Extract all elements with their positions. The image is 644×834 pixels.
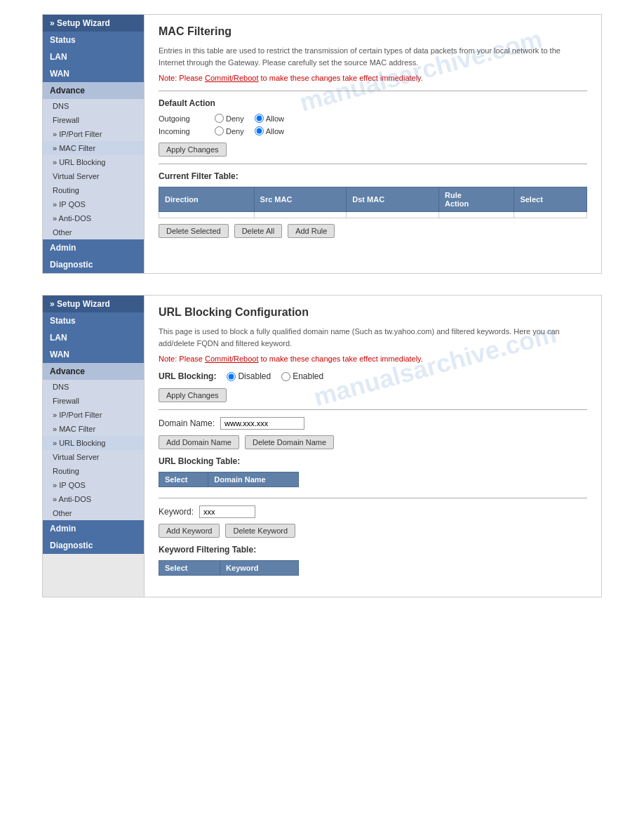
sidebar2-anti-dos[interactable]: » Anti-DOS [43, 492, 144, 506]
sidebar-anti-dos[interactable]: » Anti-DOS [43, 211, 144, 225]
sidebar-firewall[interactable]: Firewall [43, 113, 144, 127]
sidebar-lan[interactable]: LAN [43, 48, 144, 65]
col-src-mac: Src MAC [254, 187, 347, 212]
table-empty-row [159, 212, 587, 218]
sidebar-status[interactable]: Status [43, 32, 144, 48]
sidebar-routing[interactable]: Routing [43, 183, 144, 197]
filter-table: Direction Src MAC Dst MAC RuleAction Sel… [159, 187, 587, 218]
kw-table-empty-row [159, 576, 299, 576]
outgoing-deny-radio[interactable] [215, 114, 224, 123]
add-rule-button[interactable]: Add Rule [288, 224, 335, 238]
delete-all-button[interactable]: Delete All [234, 224, 282, 238]
page2-description: This page is used to block a fully quali… [159, 326, 587, 349]
url-blocking-label: URL Blocking: [159, 371, 216, 381]
sidebar-setup-wizard[interactable]: » Setup Wizard [43, 15, 144, 32]
url-col-domain: Domain Name [208, 472, 299, 487]
sidebar2-ip-port-filter[interactable]: » IP/Port Filter [43, 408, 144, 422]
sidebar2-wan[interactable]: WAN [43, 346, 144, 363]
sidebar-dns[interactable]: DNS [43, 99, 144, 113]
add-domain-button[interactable]: Add Domain Name [159, 435, 239, 449]
page2-apply-changes-button[interactable]: Apply Changes [159, 388, 227, 402]
page-title: MAC Filtering [159, 25, 587, 38]
sidebar-ip-port-filter[interactable]: » IP/Port Filter [43, 127, 144, 141]
sidebar2-advance[interactable]: Advance [43, 363, 144, 380]
url-disabled-radio[interactable] [227, 372, 236, 381]
sidebar-ip-qos[interactable]: » IP QOS [43, 197, 144, 211]
url-enabled-radio[interactable] [281, 372, 290, 381]
col-select: Select [514, 187, 587, 212]
current-filter-label: Current Filter Table: [159, 171, 587, 181]
sidebar-diagnostic[interactable]: Diagnostic [43, 256, 144, 273]
page2-commit-reboot-link[interactable]: Commit/Reboot [205, 355, 258, 363]
sidebar-advance[interactable]: Advance [43, 82, 144, 99]
keyword-table-label: Keyword Filtering Table: [159, 545, 587, 555]
url-col-select: Select [159, 472, 208, 487]
page-description: Entries in this table are used to restri… [159, 45, 587, 68]
enabled-label: Enabled [293, 371, 323, 381]
sidebar2-status[interactable]: Status [43, 312, 144, 329]
sidebar-mac-filter[interactable]: » MAC Filter [43, 141, 144, 155]
sidebar2-admin[interactable]: Admin [43, 520, 144, 537]
default-action-label: Default Action [159, 98, 587, 108]
sidebar2-mac-filter[interactable]: » MAC Filter [43, 422, 144, 436]
sidebar2-dns[interactable]: DNS [43, 380, 144, 394]
incoming-allow-radio[interactable] [255, 126, 264, 135]
sidebar-other[interactable]: Other [43, 225, 144, 239]
sidebar2-lan[interactable]: LAN [43, 329, 144, 346]
url-blocking-table: Select Domain Name [159, 472, 299, 487]
col-rule-action: RuleAction [439, 187, 514, 212]
sidebar2-virtual-server[interactable]: Virtual Server [43, 450, 144, 464]
kw-col-select: Select [159, 561, 220, 576]
sidebar2-other[interactable]: Other [43, 506, 144, 520]
delete-selected-button[interactable]: Delete Selected [159, 224, 229, 238]
page2-title: URL Blocking Configuration [159, 306, 587, 319]
add-keyword-button[interactable]: Add Keyword [159, 524, 220, 538]
url-table-label: URL Blocking Table: [159, 456, 587, 466]
sidebar-url-blocking[interactable]: » URL Blocking [43, 155, 144, 169]
sidebar2-diagnostic[interactable]: Diagnostic [43, 537, 144, 554]
sidebar-virtual-server[interactable]: Virtual Server [43, 169, 144, 183]
outgoing-label: Outgoing [159, 114, 215, 123]
incoming-deny-label: Deny [226, 127, 244, 135]
outgoing-deny-label: Deny [226, 114, 244, 123]
note-text: Note: Please Commit/Reboot to make these… [159, 74, 587, 82]
domain-name-input[interactable] [220, 417, 304, 430]
sidebar2-firewall[interactable]: Firewall [43, 394, 144, 408]
sidebar2-ip-qos[interactable]: » IP QOS [43, 478, 144, 492]
page2-note-text: Note: Please Commit/Reboot to make these… [159, 355, 587, 363]
outgoing-allow-radio[interactable] [255, 114, 264, 123]
keyword-label: Keyword: [159, 507, 194, 517]
sidebar2-setup-wizard[interactable]: » Setup Wizard [43, 296, 144, 312]
disabled-label: Disabled [238, 371, 271, 381]
sidebar2-url-blocking[interactable]: » URL Blocking [43, 436, 144, 450]
outgoing-allow-label: Allow [266, 114, 284, 123]
col-direction: Direction [159, 187, 255, 212]
keyword-filtering-table: Select Keyword [159, 560, 299, 576]
kw-col-keyword: Keyword [220, 561, 299, 576]
incoming-deny-radio[interactable] [215, 126, 224, 135]
incoming-allow-label: Allow [266, 127, 284, 135]
commit-reboot-link[interactable]: Commit/Reboot [205, 74, 258, 82]
domain-name-label: Domain Name: [159, 418, 215, 428]
sidebar-wan[interactable]: WAN [43, 65, 144, 82]
url-table-empty-row [159, 487, 299, 488]
col-dst-mac: Dst MAC [347, 187, 439, 212]
delete-keyword-button[interactable]: Delete Keyword [225, 524, 295, 538]
incoming-label: Incoming [159, 127, 215, 135]
apply-changes-button[interactable]: Apply Changes [159, 143, 227, 157]
sidebar2-routing[interactable]: Routing [43, 464, 144, 478]
sidebar-admin[interactable]: Admin [43, 239, 144, 256]
keyword-input[interactable] [199, 505, 255, 518]
delete-domain-button[interactable]: Delete Domain Name [245, 435, 334, 449]
